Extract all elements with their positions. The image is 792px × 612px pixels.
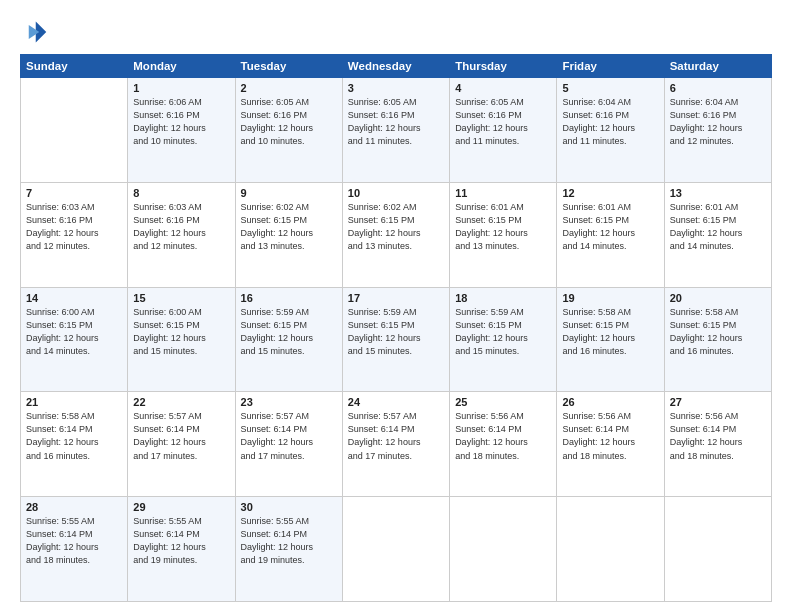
day-info: Sunrise: 6:00 AM Sunset: 6:15 PM Dayligh… [26, 306, 122, 358]
calendar-cell: 22Sunrise: 5:57 AM Sunset: 6:14 PM Dayli… [128, 392, 235, 497]
day-info: Sunrise: 6:02 AM Sunset: 6:15 PM Dayligh… [348, 201, 444, 253]
day-number: 2 [241, 82, 337, 94]
calendar-cell: 15Sunrise: 6:00 AM Sunset: 6:15 PM Dayli… [128, 287, 235, 392]
calendar-cell: 8Sunrise: 6:03 AM Sunset: 6:16 PM Daylig… [128, 182, 235, 287]
calendar-cell: 16Sunrise: 5:59 AM Sunset: 6:15 PM Dayli… [235, 287, 342, 392]
day-number: 5 [562, 82, 658, 94]
calendar-cell: 28Sunrise: 5:55 AM Sunset: 6:14 PM Dayli… [21, 497, 128, 602]
day-info: Sunrise: 5:57 AM Sunset: 6:14 PM Dayligh… [133, 410, 229, 462]
calendar-cell: 5Sunrise: 6:04 AM Sunset: 6:16 PM Daylig… [557, 78, 664, 183]
day-number: 22 [133, 396, 229, 408]
page: SundayMondayTuesdayWednesdayThursdayFrid… [0, 0, 792, 612]
calendar-week-row: 28Sunrise: 5:55 AM Sunset: 6:14 PM Dayli… [21, 497, 772, 602]
day-number: 28 [26, 501, 122, 513]
calendar-cell: 4Sunrise: 6:05 AM Sunset: 6:16 PM Daylig… [450, 78, 557, 183]
day-info: Sunrise: 5:55 AM Sunset: 6:14 PM Dayligh… [26, 515, 122, 567]
calendar-cell: 19Sunrise: 5:58 AM Sunset: 6:15 PM Dayli… [557, 287, 664, 392]
calendar-cell: 3Sunrise: 6:05 AM Sunset: 6:16 PM Daylig… [342, 78, 449, 183]
day-info: Sunrise: 5:59 AM Sunset: 6:15 PM Dayligh… [455, 306, 551, 358]
calendar-cell: 10Sunrise: 6:02 AM Sunset: 6:15 PM Dayli… [342, 182, 449, 287]
calendar-cell: 21Sunrise: 5:58 AM Sunset: 6:14 PM Dayli… [21, 392, 128, 497]
day-number: 30 [241, 501, 337, 513]
day-number: 19 [562, 292, 658, 304]
day-info: Sunrise: 5:59 AM Sunset: 6:15 PM Dayligh… [348, 306, 444, 358]
calendar-cell: 30Sunrise: 5:55 AM Sunset: 6:14 PM Dayli… [235, 497, 342, 602]
header-row: SundayMondayTuesdayWednesdayThursdayFrid… [21, 55, 772, 78]
day-info: Sunrise: 5:57 AM Sunset: 6:14 PM Dayligh… [348, 410, 444, 462]
day-number: 6 [670, 82, 766, 94]
header-day: Monday [128, 55, 235, 78]
header-day: Tuesday [235, 55, 342, 78]
day-info: Sunrise: 5:57 AM Sunset: 6:14 PM Dayligh… [241, 410, 337, 462]
logo [20, 18, 52, 46]
day-info: Sunrise: 5:59 AM Sunset: 6:15 PM Dayligh… [241, 306, 337, 358]
day-number: 20 [670, 292, 766, 304]
day-info: Sunrise: 6:06 AM Sunset: 6:16 PM Dayligh… [133, 96, 229, 148]
header-day: Sunday [21, 55, 128, 78]
calendar-cell: 1Sunrise: 6:06 AM Sunset: 6:16 PM Daylig… [128, 78, 235, 183]
day-info: Sunrise: 6:03 AM Sunset: 6:16 PM Dayligh… [26, 201, 122, 253]
day-number: 3 [348, 82, 444, 94]
calendar-cell: 12Sunrise: 6:01 AM Sunset: 6:15 PM Dayli… [557, 182, 664, 287]
day-info: Sunrise: 6:00 AM Sunset: 6:15 PM Dayligh… [133, 306, 229, 358]
day-number: 23 [241, 396, 337, 408]
header [20, 18, 772, 46]
day-number: 16 [241, 292, 337, 304]
day-number: 25 [455, 396, 551, 408]
day-info: Sunrise: 5:55 AM Sunset: 6:14 PM Dayligh… [241, 515, 337, 567]
calendar-cell: 13Sunrise: 6:01 AM Sunset: 6:15 PM Dayli… [664, 182, 771, 287]
calendar-cell: 11Sunrise: 6:01 AM Sunset: 6:15 PM Dayli… [450, 182, 557, 287]
calendar-cell [342, 497, 449, 602]
calendar-cell: 14Sunrise: 6:00 AM Sunset: 6:15 PM Dayli… [21, 287, 128, 392]
day-info: Sunrise: 6:05 AM Sunset: 6:16 PM Dayligh… [348, 96, 444, 148]
calendar-cell: 9Sunrise: 6:02 AM Sunset: 6:15 PM Daylig… [235, 182, 342, 287]
calendar-cell: 24Sunrise: 5:57 AM Sunset: 6:14 PM Dayli… [342, 392, 449, 497]
day-number: 4 [455, 82, 551, 94]
day-number: 21 [26, 396, 122, 408]
day-info: Sunrise: 5:56 AM Sunset: 6:14 PM Dayligh… [562, 410, 658, 462]
calendar-cell: 7Sunrise: 6:03 AM Sunset: 6:16 PM Daylig… [21, 182, 128, 287]
day-info: Sunrise: 6:04 AM Sunset: 6:16 PM Dayligh… [670, 96, 766, 148]
calendar-week-row: 14Sunrise: 6:00 AM Sunset: 6:15 PM Dayli… [21, 287, 772, 392]
day-info: Sunrise: 5:56 AM Sunset: 6:14 PM Dayligh… [670, 410, 766, 462]
calendar-week-row: 1Sunrise: 6:06 AM Sunset: 6:16 PM Daylig… [21, 78, 772, 183]
day-info: Sunrise: 6:02 AM Sunset: 6:15 PM Dayligh… [241, 201, 337, 253]
calendar-table: SundayMondayTuesdayWednesdayThursdayFrid… [20, 54, 772, 602]
day-number: 11 [455, 187, 551, 199]
day-info: Sunrise: 6:01 AM Sunset: 6:15 PM Dayligh… [455, 201, 551, 253]
calendar-cell: 6Sunrise: 6:04 AM Sunset: 6:16 PM Daylig… [664, 78, 771, 183]
day-info: Sunrise: 5:58 AM Sunset: 6:15 PM Dayligh… [562, 306, 658, 358]
calendar-cell: 23Sunrise: 5:57 AM Sunset: 6:14 PM Dayli… [235, 392, 342, 497]
day-info: Sunrise: 6:01 AM Sunset: 6:15 PM Dayligh… [562, 201, 658, 253]
calendar-cell [664, 497, 771, 602]
calendar-cell: 25Sunrise: 5:56 AM Sunset: 6:14 PM Dayli… [450, 392, 557, 497]
day-info: Sunrise: 6:04 AM Sunset: 6:16 PM Dayligh… [562, 96, 658, 148]
day-info: Sunrise: 6:01 AM Sunset: 6:15 PM Dayligh… [670, 201, 766, 253]
day-info: Sunrise: 6:05 AM Sunset: 6:16 PM Dayligh… [455, 96, 551, 148]
calendar-cell: 17Sunrise: 5:59 AM Sunset: 6:15 PM Dayli… [342, 287, 449, 392]
header-day: Saturday [664, 55, 771, 78]
day-number: 1 [133, 82, 229, 94]
day-info: Sunrise: 5:55 AM Sunset: 6:14 PM Dayligh… [133, 515, 229, 567]
header-day: Wednesday [342, 55, 449, 78]
day-number: 13 [670, 187, 766, 199]
calendar-cell [450, 497, 557, 602]
day-number: 14 [26, 292, 122, 304]
day-number: 8 [133, 187, 229, 199]
day-number: 9 [241, 187, 337, 199]
calendar-cell: 20Sunrise: 5:58 AM Sunset: 6:15 PM Dayli… [664, 287, 771, 392]
logo-icon [20, 18, 48, 46]
day-info: Sunrise: 5:56 AM Sunset: 6:14 PM Dayligh… [455, 410, 551, 462]
header-day: Friday [557, 55, 664, 78]
day-number: 24 [348, 396, 444, 408]
day-number: 7 [26, 187, 122, 199]
day-number: 26 [562, 396, 658, 408]
calendar-cell: 29Sunrise: 5:55 AM Sunset: 6:14 PM Dayli… [128, 497, 235, 602]
day-number: 10 [348, 187, 444, 199]
day-info: Sunrise: 6:03 AM Sunset: 6:16 PM Dayligh… [133, 201, 229, 253]
header-day: Thursday [450, 55, 557, 78]
calendar-cell: 2Sunrise: 6:05 AM Sunset: 6:16 PM Daylig… [235, 78, 342, 183]
calendar-cell [557, 497, 664, 602]
day-number: 29 [133, 501, 229, 513]
day-number: 15 [133, 292, 229, 304]
